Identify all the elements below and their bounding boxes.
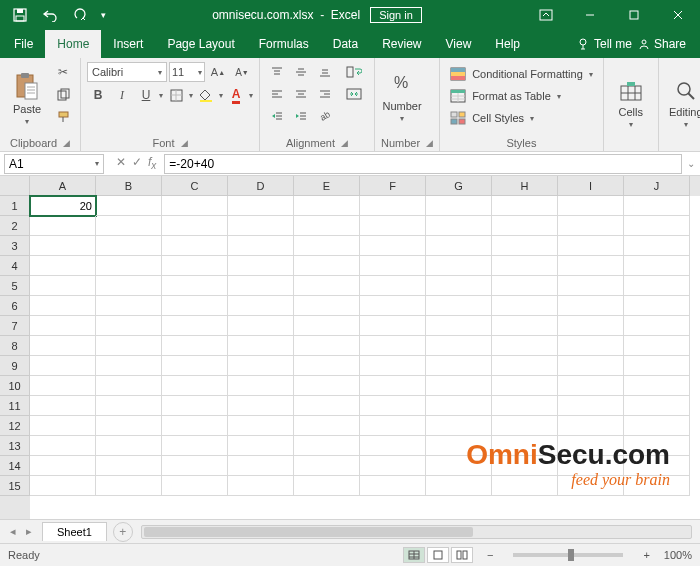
cell[interactable] [30,276,96,296]
cell[interactable] [228,196,294,216]
cell[interactable] [624,416,690,436]
cells-button[interactable]: Cells ▾ [610,62,652,147]
chevron-down-icon[interactable]: ▾ [189,91,193,100]
cell[interactable] [624,396,690,416]
format-as-table-button[interactable]: Format as Table▾ [446,86,597,106]
wrap-text-icon[interactable] [340,62,368,82]
chevron-down-icon[interactable]: ▾ [159,91,163,100]
column-header[interactable]: J [624,176,690,196]
cell[interactable] [558,316,624,336]
tell-me-button[interactable]: Tell me [578,37,632,51]
cell[interactable] [162,396,228,416]
cell[interactable] [30,376,96,396]
cell[interactable] [624,316,690,336]
cell[interactable] [228,296,294,316]
cell[interactable] [558,256,624,276]
align-bottom-icon[interactable] [314,62,336,82]
cell[interactable] [558,336,624,356]
cell[interactable] [492,456,558,476]
cell[interactable] [624,456,690,476]
increase-font-icon[interactable]: A▲ [207,62,229,82]
cell[interactable] [492,356,558,376]
cell[interactable] [228,376,294,396]
sheet-tab-sheet1[interactable]: Sheet1 [42,522,107,541]
cell[interactable] [624,356,690,376]
cell[interactable] [228,216,294,236]
row-header[interactable]: 1 [0,196,30,216]
cell[interactable] [162,416,228,436]
cell[interactable] [96,196,162,216]
cell[interactable] [30,416,96,436]
cell[interactable] [228,456,294,476]
cell[interactable] [96,216,162,236]
cell[interactable] [96,396,162,416]
cell[interactable] [162,436,228,456]
cell[interactable] [558,436,624,456]
cell[interactable] [360,356,426,376]
cell[interactable] [96,436,162,456]
editing-button[interactable]: Editing ▾ [665,62,700,147]
cell[interactable] [228,436,294,456]
cell[interactable] [30,316,96,336]
page-layout-view-icon[interactable] [427,547,449,563]
cell[interactable] [96,356,162,376]
zoom-out-button[interactable]: − [483,549,497,561]
row-header[interactable]: 8 [0,336,30,356]
cell[interactable] [360,276,426,296]
cell[interactable] [360,456,426,476]
cell[interactable] [492,316,558,336]
fx-icon[interactable]: fx [148,155,156,171]
row-header[interactable]: 6 [0,296,30,316]
cell[interactable] [360,316,426,336]
cell[interactable] [426,236,492,256]
normal-view-icon[interactable] [403,547,425,563]
row-header[interactable]: 5 [0,276,30,296]
new-sheet-button[interactable]: + [113,522,133,542]
cell[interactable] [426,296,492,316]
cell[interactable] [294,236,360,256]
cell[interactable] [294,296,360,316]
cells-area[interactable]: 20 [30,196,700,519]
cell[interactable] [492,396,558,416]
cell[interactable] [492,216,558,236]
cell[interactable] [558,456,624,476]
cell[interactable] [558,396,624,416]
cell[interactable] [228,256,294,276]
cell[interactable] [360,256,426,276]
cell[interactable] [162,276,228,296]
maximize-icon[interactable] [612,0,656,30]
cell[interactable] [426,256,492,276]
cell[interactable] [228,396,294,416]
close-icon[interactable] [656,0,700,30]
column-header[interactable]: B [96,176,162,196]
cell[interactable] [426,276,492,296]
cell[interactable] [228,236,294,256]
align-left-icon[interactable] [266,84,288,104]
cell[interactable] [30,336,96,356]
borders-icon[interactable] [165,85,187,105]
merge-center-icon[interactable] [340,84,368,104]
row-header[interactable]: 15 [0,476,30,496]
cell[interactable] [30,396,96,416]
dialog-launcher-icon[interactable]: ◢ [63,138,70,148]
cell-styles-button[interactable]: Cell Styles▾ [446,108,597,128]
cell[interactable] [294,336,360,356]
cell[interactable] [162,296,228,316]
cell[interactable] [492,436,558,456]
horizontal-scrollbar[interactable] [141,525,692,539]
zoom-slider[interactable] [513,553,623,557]
cell[interactable] [624,476,690,496]
cell[interactable] [492,196,558,216]
cell[interactable] [96,256,162,276]
cell[interactable] [624,256,690,276]
row-header[interactable]: 10 [0,376,30,396]
orientation-icon[interactable]: ab [314,106,336,126]
cell[interactable] [360,236,426,256]
number-format-button[interactable]: % Number ▾ [381,62,423,135]
cell[interactable] [96,456,162,476]
conditional-formatting-button[interactable]: Conditional Formatting▾ [446,64,597,84]
cell[interactable] [426,416,492,436]
format-painter-icon[interactable] [52,106,74,126]
cell[interactable] [558,476,624,496]
cell[interactable] [294,476,360,496]
